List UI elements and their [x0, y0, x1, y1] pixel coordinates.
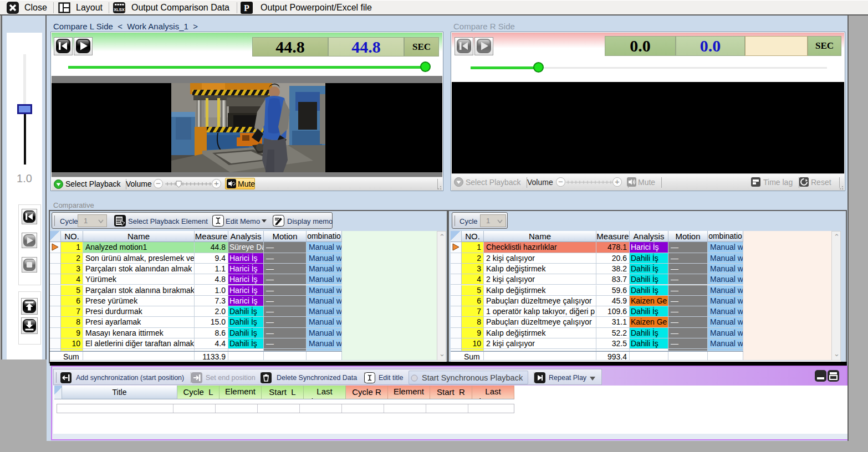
svg-text:XLSX: XLSX	[114, 7, 125, 12]
svg-text:P: P	[244, 3, 249, 13]
